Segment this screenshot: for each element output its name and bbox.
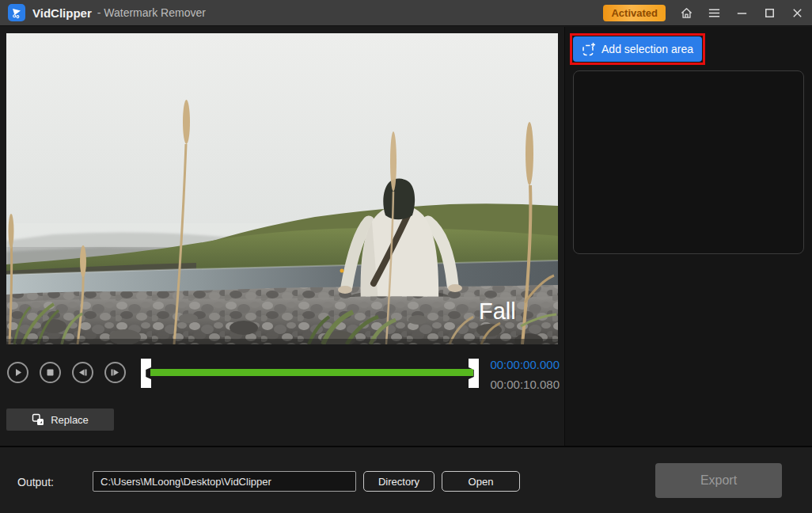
play-icon bbox=[12, 367, 24, 378]
current-time: 00:00:00.000 bbox=[475, 355, 560, 374]
selection-list-panel bbox=[573, 70, 804, 254]
app-name: VidClipper bbox=[32, 6, 92, 20]
video-watermark-text: Fall bbox=[479, 298, 516, 324]
activated-badge[interactable]: Activated bbox=[603, 5, 666, 21]
open-button[interactable]: Open bbox=[442, 471, 520, 492]
total-duration: 00:00:10.080 bbox=[475, 374, 560, 394]
video-preview[interactable]: Fall bbox=[6, 33, 558, 344]
directory-button[interactable]: Directory bbox=[363, 471, 434, 492]
stop-icon bbox=[44, 367, 56, 378]
replace-button[interactable]: Replace bbox=[6, 408, 114, 431]
timeline-track[interactable] bbox=[150, 369, 473, 376]
prev-frame-icon bbox=[77, 367, 89, 378]
stop-button[interactable] bbox=[40, 362, 61, 383]
video-scene: Fall bbox=[6, 33, 558, 344]
output-path-input[interactable] bbox=[93, 471, 356, 492]
highlight-annotation: Add selection area bbox=[570, 33, 705, 65]
add-selection-area-button[interactable]: Add selection area bbox=[573, 36, 702, 62]
app-window: VidClipper - Watermark Remover Activated bbox=[0, 0, 812, 513]
export-button[interactable]: Export bbox=[655, 463, 782, 498]
playback-controls bbox=[7, 362, 126, 383]
output-bar: Output: Directory Open Export bbox=[0, 446, 812, 513]
replace-label: Replace bbox=[51, 414, 89, 426]
output-label: Output: bbox=[17, 476, 54, 488]
time-display: 00:00:00.000 00:00:10.080 bbox=[475, 355, 560, 394]
selection-panel: Add selection area bbox=[564, 27, 812, 446]
prev-frame-button[interactable] bbox=[72, 362, 93, 383]
minimize-icon[interactable] bbox=[734, 6, 749, 20]
feature-title: - Watermark Remover bbox=[97, 6, 206, 19]
add-selection-icon bbox=[582, 42, 596, 56]
menu-icon[interactable] bbox=[707, 6, 721, 20]
title-bar: VidClipper - Watermark Remover Activated bbox=[0, 0, 812, 26]
next-frame-icon bbox=[109, 367, 121, 378]
add-selection-label: Add selection area bbox=[601, 43, 693, 55]
app-logo-icon bbox=[8, 4, 25, 21]
timeline-slider[interactable] bbox=[141, 359, 480, 389]
replace-icon bbox=[32, 413, 44, 426]
next-frame-button[interactable] bbox=[104, 362, 126, 383]
play-button[interactable] bbox=[7, 362, 28, 383]
maximize-icon[interactable] bbox=[762, 6, 776, 20]
close-icon[interactable] bbox=[790, 6, 804, 20]
home-icon[interactable] bbox=[679, 6, 693, 20]
main-area: Fall bbox=[0, 27, 564, 446]
